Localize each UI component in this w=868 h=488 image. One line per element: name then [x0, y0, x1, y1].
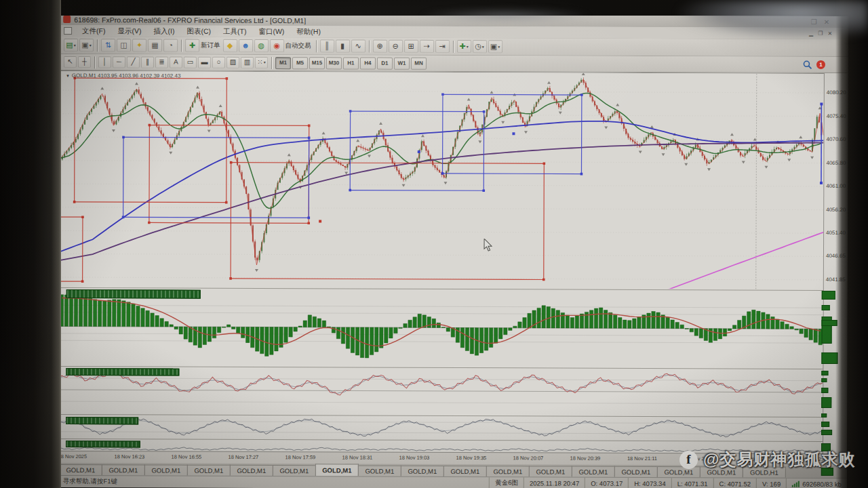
status-help-text: 寻求帮助,请按F1键 — [59, 477, 489, 487]
text-tool-icon[interactable]: A — [170, 56, 182, 68]
chart-tab-1[interactable]: GOLD,M1 — [102, 464, 145, 475]
toolbar-separator — [181, 39, 182, 52]
toolbar-separator — [453, 40, 454, 52]
indicator-panel-histogram[interactable] — [59, 287, 823, 367]
status-segment-3: H: 4073.34 — [628, 478, 671, 488]
rectangle-tool-icon[interactable]: ▬ — [198, 56, 211, 68]
monitor-bezel-left — [0, 0, 61, 488]
panel-osc3-canvas — [59, 415, 823, 441]
toolbar-separator — [316, 40, 317, 52]
time-tick-label: 18 Nov 17:27 — [229, 454, 259, 460]
arrows-tool-icon[interactable]: ⁙▾ — [255, 56, 268, 68]
indicators-icon[interactable]: ✚▾ — [457, 40, 471, 53]
zoom-in-icon[interactable]: ⊕ — [373, 40, 387, 53]
mt4-window: 618698: FxPro.com-Real06 - FXPRO Financi… — [59, 14, 848, 488]
terminal-icon[interactable]: ▦ — [148, 39, 162, 52]
label-tool-icon[interactable]: ▭ — [184, 56, 197, 68]
status-segment-4: L: 4071.31 — [671, 478, 713, 488]
expert-advisors-icon[interactable]: ☻ — [239, 39, 253, 52]
timeframe-button-m5[interactable]: M5 — [292, 57, 308, 69]
monitor-photo: 618698: FxPro.com-Real06 - FXPRO Financi… — [0, 0, 868, 488]
indicator-panel-oscillator-1[interactable] — [59, 366, 823, 415]
menu-item-2[interactable]: 插入(I) — [148, 26, 181, 36]
background-light-blur-2 — [393, 5, 617, 26]
time-tick-label: 18 Nov 19:03 — [399, 455, 430, 461]
chart-tab-0[interactable]: GOLD,M1 — [59, 464, 102, 475]
time-tick-label: 18 Nov 18:31 — [342, 454, 373, 460]
metaeditor-icon[interactable]: ◆ — [223, 39, 237, 52]
timeframe-button-h4[interactable]: H4 — [360, 57, 376, 69]
chart-tab-9[interactable]: GOLD,M1 — [443, 466, 487, 476]
timeframe-button-m1[interactable]: M1 — [275, 57, 291, 69]
line-chart-icon[interactable]: ∿ — [351, 39, 366, 52]
status-segment-1: 2025.11.18 20:47 — [524, 477, 585, 488]
zoom-out-icon[interactable]: ⊖ — [389, 40, 403, 53]
vertical-line-tool-icon[interactable]: │ — [98, 56, 111, 68]
notification-badge[interactable]: 1 — [816, 60, 825, 69]
indicator-panel-oscillator-2[interactable] — [59, 414, 823, 441]
fibonacci-tool-icon[interactable]: ≣ — [155, 56, 168, 68]
profiles-icon[interactable]: ▣▾ — [79, 39, 94, 52]
menu-item-4[interactable]: 工具(T) — [217, 26, 252, 36]
mql-community-icon[interactable]: ◍ — [254, 39, 269, 52]
market-watch-icon[interactable]: ⇅ — [101, 39, 115, 52]
new-order-icon[interactable]: ✚ — [185, 39, 199, 52]
time-tick-label: 18 Nov 21:11 — [627, 455, 657, 462]
crosshair-tool-icon[interactable]: ┼ — [78, 56, 91, 68]
menu-item-0[interactable]: 文件(F) — [76, 26, 111, 36]
menu-item-5[interactable]: 窗口(W) — [252, 26, 290, 36]
chart-tab-10[interactable]: GOLD,M1 — [486, 466, 530, 476]
candlestick-chart-icon[interactable]: ▮ — [336, 39, 350, 52]
channel-tool-icon[interactable]: ∥ — [141, 56, 154, 68]
hatch-tool-icon[interactable]: ▨ — [226, 56, 239, 68]
status-segment-6: V: 169 — [756, 479, 786, 488]
chart-info-line: ▼GOLD,M1 4103.95 4103.96 4102.39 4102.43 — [66, 73, 181, 79]
grid-tool-icon[interactable]: ▥ — [241, 56, 254, 68]
tile-windows-icon[interactable]: ⊞ — [404, 40, 418, 53]
time-tick-label: 18 Nov 16:23 — [115, 453, 145, 460]
new-chart-icon[interactable]: ▤▾ — [64, 39, 78, 52]
timeframe-button-d1[interactable]: D1 — [377, 57, 393, 69]
bar-chart-icon[interactable]: ║ — [320, 39, 334, 52]
chart-tab-12[interactable]: GOLD,M1 — [572, 466, 615, 477]
chart-tab-4[interactable]: GOLD,M1 — [230, 465, 273, 476]
new-order-label[interactable]: 新订单 — [201, 41, 220, 50]
timeframe-button-mn[interactable]: MN — [411, 57, 427, 69]
auto-trading-label[interactable]: 自动交易 — [285, 41, 311, 50]
chart-tab-3[interactable]: GOLD,M1 — [187, 465, 231, 476]
indicator-label-chip — [66, 368, 179, 376]
timeframe-button-m15[interactable]: M15 — [309, 57, 325, 69]
panel-osc1-canvas — [59, 288, 823, 367]
cursor-tool-icon[interactable]: ↖ — [64, 56, 77, 67]
horizontal-line-tool-icon[interactable]: ─ — [113, 56, 125, 68]
trendline-tool-icon[interactable]: ╱ — [127, 56, 140, 68]
chart-tab-5[interactable]: GOLD,M1 — [273, 465, 316, 476]
periods-icon[interactable]: ◷▾ — [473, 40, 487, 53]
auto-trading-icon[interactable]: ◉ — [270, 39, 284, 52]
app-icon — [63, 16, 71, 23]
chart-tab-13[interactable]: GOLD,M1 — [614, 466, 658, 477]
data-window-icon[interactable]: ◫ — [117, 39, 131, 52]
ellipse-tool-icon[interactable]: ○ — [212, 56, 225, 68]
menu-item-1[interactable]: 显示(V) — [112, 26, 148, 36]
time-tick-label: 18 Nov 20:39 — [570, 455, 601, 462]
navigator-icon[interactable]: ✦ — [132, 39, 146, 52]
chart-tab-7[interactable]: GOLD,M1 — [358, 466, 401, 476]
main-price-panel[interactable]: ▼GOLD,M1 4103.95 4103.96 4102.39 4102.43 — [60, 71, 824, 289]
indicator-label-chip — [66, 289, 201, 299]
chart-tab-6[interactable]: GOLD,M1 — [315, 464, 359, 476]
search-icon[interactable] — [803, 60, 812, 69]
timeframe-button-m30[interactable]: M30 — [326, 57, 342, 69]
strategy-tester-icon[interactable]: ◔ — [163, 39, 178, 52]
chart-tab-2[interactable]: GOLD,M1 — [144, 464, 188, 475]
timeframe-button-w1[interactable]: W1 — [394, 57, 410, 69]
menu-item-3[interactable]: 图表(C) — [180, 26, 217, 36]
auto-scroll-icon[interactable]: ⇢ — [420, 40, 434, 53]
timeframe-button-h1[interactable]: H1 — [343, 57, 359, 69]
signal-bars-icon — [792, 481, 800, 487]
chart-tab-11[interactable]: GOLD,M1 — [529, 466, 572, 476]
menu-item-6[interactable]: 帮助(H) — [290, 27, 327, 37]
chart-tab-8[interactable]: GOLD,M1 — [401, 466, 444, 476]
templates-icon[interactable]: ▣▾ — [488, 40, 502, 53]
chart-shift-icon[interactable]: ⇥ — [435, 40, 450, 53]
